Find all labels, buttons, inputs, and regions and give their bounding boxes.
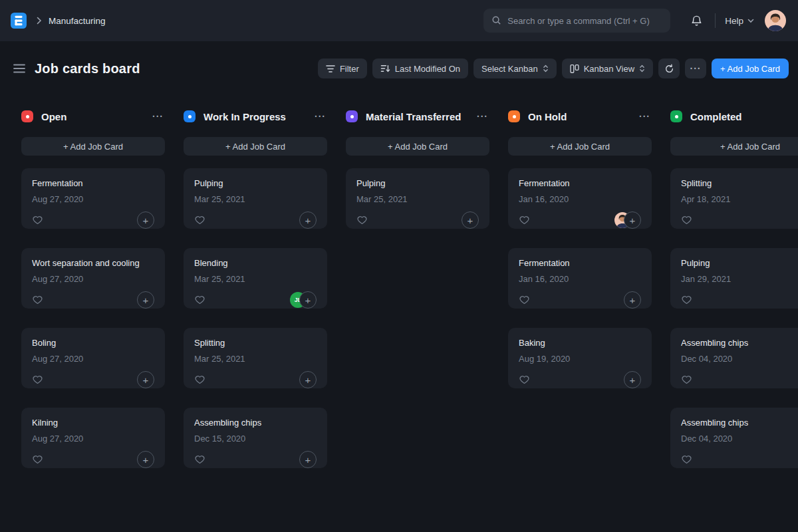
job-card[interactable]: KilningAug 27, 2020+	[21, 408, 165, 468]
like-button[interactable]	[194, 215, 205, 225]
card-title: Splitting	[194, 338, 317, 348]
job-card[interactable]: SplittingMar 25, 2021+	[184, 328, 327, 388]
column-add-card-button[interactable]: + Add Job Card	[346, 137, 489, 156]
like-button[interactable]	[519, 215, 530, 225]
column-menu-button[interactable]: ···	[313, 110, 327, 123]
card-assign-plus-button[interactable]: +	[299, 211, 317, 229]
page-title: Job cards board	[35, 61, 140, 76]
job-card[interactable]: PulpingMar 25, 2021+	[346, 168, 489, 229]
top-navbar: Manufacturing Help	[0, 0, 798, 41]
like-button[interactable]	[32, 295, 43, 305]
heart-icon	[681, 295, 692, 305]
card-date: Jan 29, 2021	[681, 274, 798, 284]
breadcrumb[interactable]: Manufacturing	[49, 16, 106, 26]
job-card[interactable]: BakingAug 19, 2020+	[508, 328, 652, 388]
column-status-icon	[346, 110, 358, 122]
column-menu-button[interactable]: ···	[638, 110, 652, 123]
user-avatar[interactable]	[765, 10, 786, 31]
card-title: Fermentation	[519, 178, 641, 188]
filter-icon	[326, 65, 335, 73]
card-actions: +	[299, 371, 317, 388]
job-card[interactable]: FermentationJan 16, 2020+	[508, 168, 652, 229]
card-assign-plus-button[interactable]: +	[624, 371, 641, 388]
card-title: Kilning	[32, 418, 154, 428]
refresh-button[interactable]	[658, 59, 680, 78]
job-card[interactable]: BolingAug 27, 2020+	[21, 328, 165, 388]
column-add-card-button[interactable]: + Add Job Card	[21, 137, 165, 156]
card-assign-plus-button[interactable]: +	[137, 211, 154, 229]
card-assign-plus-button[interactable]: +	[137, 451, 154, 468]
card-assign-plus-button[interactable]: +	[137, 371, 154, 388]
job-card[interactable]: Assembling chipsDec 15, 2020+	[184, 408, 327, 468]
select-kanban-dropdown[interactable]: Select Kanban	[473, 59, 557, 78]
like-button[interactable]	[681, 295, 692, 305]
column-header: On Hold···	[508, 108, 652, 125]
card-assign-plus-button[interactable]: +	[299, 451, 317, 468]
like-button[interactable]	[681, 454, 692, 465]
like-button[interactable]	[519, 374, 530, 385]
card-list: PulpingMar 25, 2021+BlendingMar 25, 2021…	[184, 168, 327, 468]
card-actions: +	[137, 291, 154, 309]
help-label: Help	[725, 16, 743, 26]
like-button[interactable]	[681, 215, 692, 225]
card-assign-plus-button[interactable]: +	[624, 211, 641, 229]
column-header: Completed···	[670, 108, 798, 125]
add-job-card-button[interactable]: + Add Job Card	[712, 59, 789, 78]
filter-button[interactable]: Filter	[318, 59, 367, 78]
help-menu-button[interactable]: Help	[725, 16, 754, 26]
topbar-divider	[715, 13, 716, 28]
sidebar-toggle-button[interactable]	[9, 60, 29, 77]
like-button[interactable]	[356, 215, 368, 225]
like-button[interactable]	[32, 215, 43, 225]
card-assign-plus-button[interactable]: +	[299, 371, 317, 388]
job-card[interactable]: Wort separation and coolingAug 27, 2020+	[21, 248, 165, 309]
search-input[interactable]	[483, 9, 670, 33]
card-date: Mar 25, 2021	[356, 194, 479, 204]
column-status-icon	[508, 110, 520, 122]
job-card[interactable]: FermentationAug 27, 2020+	[21, 168, 165, 229]
sort-button[interactable]: Last Modified On	[372, 59, 468, 78]
job-card[interactable]: BlendingMar 25, 2021JL+	[184, 248, 327, 309]
column-status-icon	[184, 110, 196, 122]
view-switcher-dropdown[interactable]: Kanban View	[562, 59, 653, 78]
like-button[interactable]	[681, 374, 692, 385]
column-add-card-button[interactable]: + Add Job Card	[184, 137, 327, 156]
column-menu-button[interactable]: ···	[475, 110, 489, 123]
card-assign-plus-button[interactable]: +	[462, 211, 479, 229]
column-header: Open···	[21, 108, 165, 125]
notifications-button[interactable]	[688, 12, 706, 30]
card-assign-plus-button[interactable]: +	[624, 291, 641, 309]
card-assign-plus-button[interactable]: +	[299, 291, 317, 309]
like-button[interactable]	[194, 454, 205, 465]
job-card[interactable]: Assembling chipsDec 04, 2020+	[670, 408, 798, 468]
card-date: Dec 04, 2020	[681, 354, 798, 364]
heart-icon	[32, 374, 43, 385]
card-assign-plus-button[interactable]: +	[137, 291, 154, 309]
card-footer: +	[519, 291, 641, 309]
card-footer: +	[194, 451, 317, 468]
heart-icon	[681, 454, 692, 465]
app-logo[interactable]	[11, 13, 27, 29]
job-card[interactable]: Assembling chipsDec 04, 2020+	[670, 328, 798, 388]
kanban-view-icon	[570, 64, 579, 74]
card-list: FermentationAug 27, 2020+Wort separation…	[21, 168, 165, 468]
column-add-card-button[interactable]: + Add Job Card	[670, 137, 798, 156]
card-date: Aug 27, 2020	[32, 274, 154, 284]
column-menu-button[interactable]: ···	[151, 110, 165, 123]
like-button[interactable]	[32, 374, 43, 385]
ellipsis-icon: ···	[690, 63, 702, 74]
breadcrumb-chevron-icon	[36, 17, 42, 25]
card-footer: +	[194, 371, 317, 388]
column-add-card-button[interactable]: + Add Job Card	[508, 137, 652, 156]
job-card[interactable]: SplittingApr 18, 2021+	[670, 168, 798, 229]
like-button[interactable]	[194, 374, 205, 385]
like-button[interactable]	[32, 454, 43, 465]
job-card[interactable]: PulpingMar 25, 2021+	[184, 168, 327, 229]
card-footer: +	[519, 211, 641, 229]
more-options-button[interactable]: ···	[685, 59, 706, 78]
like-button[interactable]	[519, 295, 530, 305]
job-card[interactable]: FermentationJan 16, 2020+	[508, 248, 652, 309]
card-date: Apr 18, 2021	[681, 194, 798, 204]
job-card[interactable]: PulpingJan 29, 2021+	[670, 248, 798, 309]
like-button[interactable]	[194, 295, 205, 305]
